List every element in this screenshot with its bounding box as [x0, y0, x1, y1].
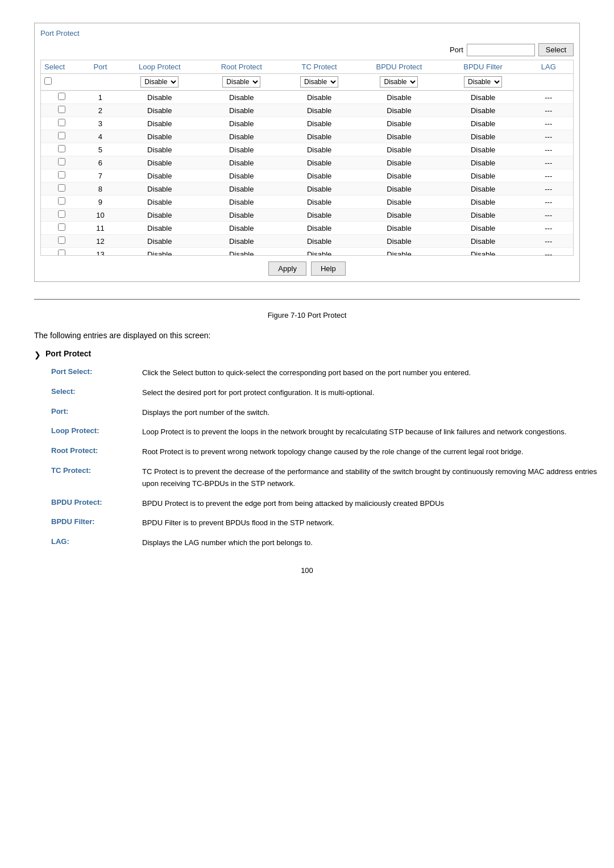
row-port-3: 3 — [82, 117, 119, 130]
row-bpdu-protect-8: Disable — [356, 182, 442, 196]
port-table-body: 1 Disable Disable Disable Disable Disabl… — [41, 91, 573, 255]
table-row: 13 Disable Disable Disable Disable Disab… — [41, 248, 573, 256]
figure-caption: Figure 7-10 Port Protect — [34, 311, 580, 319]
row-bpdu-filter-2: Disable — [442, 104, 524, 117]
row-root-protect-6: Disable — [201, 156, 283, 169]
section-title: Port Protect — [45, 349, 91, 358]
row-bpdu-filter-13: Disable — [442, 248, 524, 256]
row-select-cell — [41, 143, 82, 156]
row-checkbox-5[interactable] — [58, 145, 65, 152]
row-bpdu-filter-4: Disable — [442, 130, 524, 143]
port-label: Port — [450, 45, 463, 54]
row-port-11: 11 — [82, 222, 119, 235]
row-lag-2: --- — [524, 104, 573, 117]
filter-lag-cell — [524, 74, 573, 90]
row-tc-protect-12: Disable — [283, 235, 356, 248]
filter-loop-protect-select[interactable]: Disable Enable — [140, 76, 179, 88]
port-input[interactable] — [467, 44, 535, 56]
port-protect-table: Select Port Loop Protect Root Protect TC… — [41, 60, 573, 90]
port-protect-title: Port Protect — [40, 29, 574, 38]
row-port-12: 12 — [82, 235, 119, 248]
row-checkbox-3[interactable] — [58, 119, 65, 126]
filter-tc-protect-select[interactable]: Disable Enable — [300, 76, 338, 88]
row-lag-3: --- — [524, 117, 573, 130]
section-header: ❯ Port Protect — [34, 349, 580, 359]
row-checkbox-12[interactable] — [58, 236, 65, 244]
row-bpdu-filter-10: Disable — [442, 209, 524, 222]
definition-row: Port:Displays the port number of the swi… — [51, 407, 597, 419]
row-tc-protect-8: Disable — [283, 182, 356, 196]
row-loop-protect-2: Disable — [119, 104, 201, 117]
table-row: 6 Disable Disable Disable Disable Disabl… — [41, 156, 573, 169]
row-tc-protect-7: Disable — [283, 169, 356, 182]
filter-bpdu-protect-cell: Disable Enable — [356, 74, 442, 90]
row-bpdu-filter-8: Disable — [442, 182, 524, 196]
definition-term: Select: — [51, 387, 142, 396]
row-lag-11: --- — [524, 222, 573, 235]
row-checkbox-11[interactable] — [58, 223, 65, 231]
definition-term: BPDU Filter: — [51, 517, 142, 526]
row-lag-9: --- — [524, 196, 573, 209]
row-loop-protect-1: Disable — [119, 91, 201, 104]
row-bpdu-protect-10: Disable — [356, 209, 442, 222]
col-bpdu-protect: BPDU Protect — [356, 60, 442, 74]
row-bpdu-protect-4: Disable — [356, 130, 442, 143]
filter-bpdu-filter-select[interactable]: Disable Enable — [464, 76, 502, 88]
row-bpdu-protect-3: Disable — [356, 117, 442, 130]
row-loop-protect-13: Disable — [119, 248, 201, 256]
row-select-cell — [41, 104, 82, 117]
row-checkbox-1[interactable] — [58, 93, 65, 100]
filter-root-protect-select[interactable]: Disable Enable — [222, 76, 260, 88]
table-row: 11 Disable Disable Disable Disable Disab… — [41, 222, 573, 235]
port-select-button[interactable]: Select — [538, 43, 574, 56]
button-row: Apply Help — [40, 261, 574, 276]
row-root-protect-2: Disable — [201, 104, 283, 117]
row-lag-12: --- — [524, 235, 573, 248]
row-port-13: 13 — [82, 248, 119, 256]
definition-row: Root Protect:Root Protect is to prevent … — [51, 446, 597, 458]
definition-row: LAG:Displays the LAG number which the po… — [51, 537, 597, 549]
filter-bpdu-filter-cell: Disable Enable — [442, 74, 524, 90]
row-loop-protect-8: Disable — [119, 182, 201, 196]
top-divider — [34, 299, 580, 300]
filter-root-protect-cell: Disable Enable — [201, 74, 283, 90]
row-loop-protect-11: Disable — [119, 222, 201, 235]
table-row: 7 Disable Disable Disable Disable Disabl… — [41, 169, 573, 182]
definition-row: Select:Select the desired port for port … — [51, 387, 597, 399]
row-lag-7: --- — [524, 169, 573, 182]
row-select-cell — [41, 235, 82, 248]
row-loop-protect-6: Disable — [119, 156, 201, 169]
row-bpdu-filter-11: Disable — [442, 222, 524, 235]
row-select-cell — [41, 91, 82, 104]
row-checkbox-9[interactable] — [58, 197, 65, 205]
row-checkbox-8[interactable] — [58, 184, 65, 192]
help-button[interactable]: Help — [311, 261, 346, 276]
row-tc-protect-6: Disable — [283, 156, 356, 169]
definition-desc: Select the desired port for port protect… — [142, 387, 597, 399]
row-lag-6: --- — [524, 156, 573, 169]
definition-term: TC Protect: — [51, 466, 142, 475]
row-root-protect-1: Disable — [201, 91, 283, 104]
filter-select-all-cell — [41, 74, 82, 90]
row-tc-protect-9: Disable — [283, 196, 356, 209]
row-checkbox-4[interactable] — [58, 132, 65, 139]
col-bpdu-filter: BPDU Filter — [442, 60, 524, 74]
row-checkbox-6[interactable] — [58, 158, 65, 165]
row-lag-8: --- — [524, 182, 573, 196]
row-bpdu-filter-9: Disable — [442, 196, 524, 209]
row-root-protect-7: Disable — [201, 169, 283, 182]
row-bpdu-protect-11: Disable — [356, 222, 442, 235]
row-loop-protect-4: Disable — [119, 130, 201, 143]
row-bpdu-filter-1: Disable — [442, 91, 524, 104]
row-root-protect-5: Disable — [201, 143, 283, 156]
row-tc-protect-11: Disable — [283, 222, 356, 235]
table-row: 4 Disable Disable Disable Disable Disabl… — [41, 130, 573, 143]
row-checkbox-10[interactable] — [58, 210, 65, 218]
row-select-cell — [41, 169, 82, 182]
filter-bpdu-protect-select[interactable]: Disable Enable — [380, 76, 418, 88]
row-checkbox-13[interactable] — [58, 250, 65, 255]
row-checkbox-2[interactable] — [58, 106, 65, 113]
apply-button[interactable]: Apply — [268, 261, 306, 276]
row-checkbox-7[interactable] — [58, 171, 65, 178]
select-all-checkbox[interactable] — [44, 77, 52, 85]
